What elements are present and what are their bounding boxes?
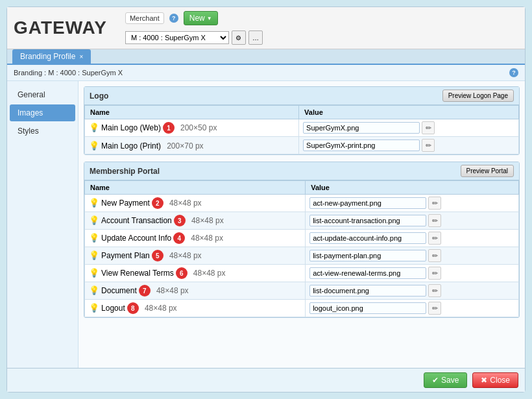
membership-row5-value-cell: ✏ bbox=[306, 265, 519, 282]
membership-row7-name-cell: 💡 Logout 8 48×48 px bbox=[85, 300, 306, 317]
breadcrumb: Branding : M : 4000 : SuperGym X bbox=[14, 69, 123, 77]
membership-row4-name-cell: 💡 Payment Plan 5 48×48 px bbox=[85, 247, 306, 265]
gear-icon-button[interactable]: ⚙ bbox=[232, 30, 246, 45]
bulb-icon: 💡 bbox=[89, 285, 99, 295]
membership-row4-name: Payment Plan bbox=[101, 251, 150, 260]
bulb-icon: 💡 bbox=[89, 122, 99, 132]
logo-row2-size: 200×70 px bbox=[167, 141, 203, 151]
membership-row1-name-cell: 💡 New Payment 2 48×48 px bbox=[85, 195, 306, 212]
right-content: Logo Preview Logon Page Name Value 💡 bbox=[79, 81, 525, 368]
table-row: 💡 Payment Plan 5 48×48 px ✏ bbox=[85, 247, 519, 265]
bulb-icon: 💡 bbox=[89, 140, 99, 151]
close-button[interactable]: ✖ Close bbox=[472, 372, 518, 388]
membership-row5-name-cell: 💡 View Renewal Terms 6 48×48 px bbox=[85, 265, 306, 282]
logo-row1-size: 200×50 px bbox=[180, 123, 217, 132]
logo-row2-name: Main Logo (Print) bbox=[101, 141, 161, 151]
sidebar-item-images[interactable]: Images bbox=[10, 104, 75, 121]
sidebar-item-styles[interactable]: Styles bbox=[10, 123, 75, 139]
top-controls: Merchant ? New ▼ M : 4000 : SuperGym X ⚙… bbox=[125, 11, 263, 45]
bulb-icon: 💡 bbox=[89, 197, 99, 208]
logo-row2-edit-button[interactable]: ✏ bbox=[422, 139, 435, 152]
save-button[interactable]: ✔ Save bbox=[424, 372, 467, 388]
logo-row2-name-cell: 💡 Main Logo (Print) 200×70 px bbox=[85, 137, 299, 154]
logo-row1-value-input[interactable] bbox=[303, 122, 420, 134]
membership-row4-value-input[interactable] bbox=[309, 250, 426, 261]
logo-row2-value-cell: ✏ bbox=[299, 137, 519, 154]
membership-row2-name: Account Transaction bbox=[101, 216, 172, 225]
main-frame: GATEWAY Merchant ? New ▼ M : 4000 : Supe… bbox=[6, 6, 526, 393]
top-row1: Merchant ? New ▼ bbox=[125, 11, 263, 25]
table-row: 💡 Main Logo (Web) 1 200×50 px ✏ bbox=[85, 119, 519, 137]
breadcrumb-help-icon[interactable]: ? bbox=[509, 68, 518, 77]
membership-row1-edit-button[interactable]: ✏ bbox=[428, 197, 441, 210]
membership-row3-name: Update Account Info bbox=[101, 234, 171, 243]
badge-3: 3 bbox=[174, 215, 186, 226]
membership-row6-value-cell: ✏ bbox=[306, 282, 519, 300]
tab-label: Branding Profile bbox=[20, 52, 75, 61]
logo-row1-value-cell: ✏ bbox=[299, 119, 519, 137]
membership-section-header: Membership Portal Preview Portal bbox=[84, 162, 519, 180]
logo-row2-value-input[interactable] bbox=[303, 139, 420, 151]
membership-row3-size: 48×48 px bbox=[191, 234, 223, 243]
membership-row1-value-input[interactable] bbox=[309, 197, 426, 209]
membership-row3-value-cell: ✏ bbox=[306, 230, 519, 247]
logo-row1-name-cell: 💡 Main Logo (Web) 1 200×50 px bbox=[85, 119, 299, 137]
membership-row3-value-input[interactable] bbox=[309, 232, 426, 244]
membership-row4-edit-button[interactable]: ✏ bbox=[428, 249, 441, 262]
badge-6: 6 bbox=[176, 267, 187, 279]
membership-row2-value-input[interactable] bbox=[309, 215, 426, 226]
close-x-icon: ✖ bbox=[481, 376, 487, 385]
help-icon[interactable]: ? bbox=[169, 14, 178, 23]
membership-section: Membership Portal Preview Portal Name Va… bbox=[84, 162, 520, 318]
new-button[interactable]: New ▼ bbox=[184, 11, 218, 25]
membership-row5-edit-button[interactable]: ✏ bbox=[428, 267, 441, 280]
preview-portal-button[interactable]: Preview Portal bbox=[461, 165, 514, 177]
membership-row7-edit-button[interactable]: ✏ bbox=[428, 302, 441, 315]
merchant-select[interactable]: M : 4000 : SuperGym X bbox=[125, 31, 229, 44]
app-logo: GATEWAY bbox=[14, 18, 107, 38]
badge-1: 1 bbox=[163, 122, 175, 134]
ellipsis-button[interactable]: … bbox=[248, 30, 263, 45]
logo-row1-name: Main Logo (Web) bbox=[101, 123, 161, 132]
table-row: 💡 New Payment 2 48×48 px ✏ bbox=[85, 195, 519, 212]
membership-row3-edit-button[interactable]: ✏ bbox=[428, 232, 441, 245]
bottom-bar: ✔ Save ✖ Close bbox=[7, 368, 525, 392]
badge-4: 4 bbox=[173, 232, 185, 244]
membership-row6-value-input[interactable] bbox=[309, 285, 426, 296]
save-label: Save bbox=[441, 376, 459, 385]
bulb-icon: 💡 bbox=[89, 302, 99, 313]
membership-row1-name: New Payment bbox=[101, 199, 150, 208]
bulb-icon: 💡 bbox=[89, 215, 99, 225]
membership-row7-value-cell: ✏ bbox=[306, 300, 519, 317]
bulb-icon: 💡 bbox=[89, 267, 99, 278]
membership-row7-value-input[interactable] bbox=[309, 302, 426, 314]
membership-row2-edit-button[interactable]: ✏ bbox=[428, 214, 441, 227]
logo-section-header: Logo Preview Logon Page bbox=[84, 87, 519, 105]
left-nav: General Images Styles bbox=[7, 81, 79, 368]
table-row: 💡 View Renewal Terms 6 48×48 px ✏ bbox=[85, 265, 519, 282]
membership-row6-size: 48×48 px bbox=[156, 286, 189, 295]
main-content: General Images Styles Logo Preview Logon… bbox=[7, 81, 525, 368]
table-row: 💡 Account Transaction 3 48×48 px ✏ bbox=[85, 212, 519, 230]
membership-row5-size: 48×48 px bbox=[193, 269, 226, 278]
membership-row5-value-input[interactable] bbox=[309, 267, 426, 279]
merchant-label: Merchant bbox=[125, 12, 164, 24]
tab-close-icon[interactable]: × bbox=[79, 53, 83, 60]
membership-row6-name-cell: 💡 Document 7 48×48 px bbox=[85, 282, 306, 300]
badge-2: 2 bbox=[152, 197, 163, 209]
membership-row2-size: 48×48 px bbox=[191, 216, 224, 225]
logo-col-value: Value bbox=[299, 106, 519, 119]
membership-row4-size: 48×48 px bbox=[169, 251, 202, 260]
membership-col-name: Name bbox=[85, 181, 306, 195]
membership-row2-value-cell: ✏ bbox=[306, 212, 519, 230]
membership-section-title: Membership Portal bbox=[90, 167, 160, 176]
membership-row5-name: View Renewal Terms bbox=[101, 269, 174, 278]
tab-branding-profile[interactable]: Branding Profile × bbox=[12, 49, 91, 64]
logo-row1-edit-button[interactable]: ✏ bbox=[422, 121, 435, 134]
membership-row1-size: 48×48 px bbox=[169, 199, 202, 208]
sidebar-item-general[interactable]: General bbox=[10, 86, 75, 103]
logo-section: Logo Preview Logon Page Name Value 💡 bbox=[84, 86, 520, 155]
preview-logon-button[interactable]: Preview Logon Page bbox=[442, 90, 514, 102]
bulb-icon: 💡 bbox=[89, 232, 99, 243]
membership-row6-edit-button[interactable]: ✏ bbox=[428, 284, 441, 297]
